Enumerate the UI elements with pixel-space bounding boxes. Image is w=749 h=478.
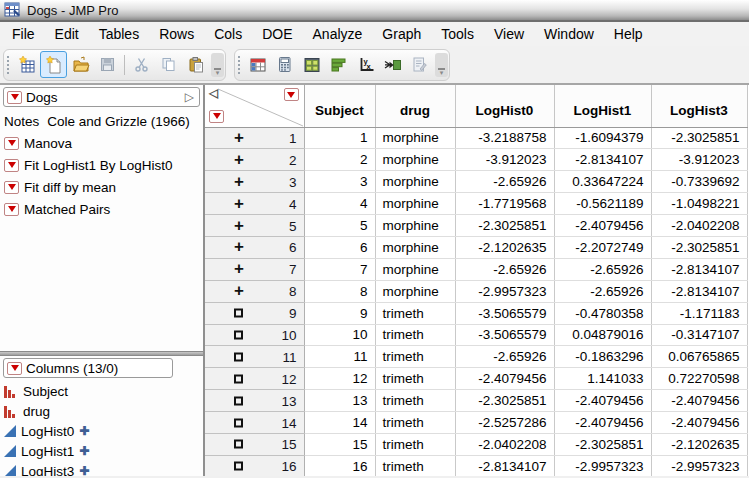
menu-item-help[interactable]: Help (604, 24, 653, 44)
cell-loghist0[interactable]: -3.912023 (455, 149, 554, 171)
cell-loghist1[interactable]: -1.6094379 (554, 127, 651, 149)
cell-drug[interactable]: trimeth (375, 455, 455, 476)
cell-loghist3[interactable]: -3.912023 (651, 149, 747, 171)
cell-subject[interactable]: 4 (304, 193, 375, 215)
cell-loghist0[interactable]: -2.65926 (455, 171, 554, 193)
cell-drug[interactable]: morphine (375, 149, 455, 171)
report-item[interactable]: Fit diff by mean (0, 176, 203, 198)
cell-loghist3[interactable]: -0.7339692 (651, 171, 747, 193)
cell-loghist3[interactable]: 0.06765865 (651, 346, 747, 368)
row-header[interactable]: +4 (205, 193, 304, 215)
cell-loghist0[interactable]: -3.5065579 (455, 324, 554, 346)
cell-loghist0[interactable]: -2.65926 (455, 346, 554, 368)
cell-loghist1[interactable]: -2.65926 (554, 280, 651, 302)
cell-loghist3[interactable]: -2.9957323 (651, 455, 747, 476)
menu-item-tables[interactable]: Tables (89, 24, 149, 44)
menu-item-edit[interactable]: Edit (45, 24, 89, 44)
calculator-button[interactable] (271, 51, 298, 78)
cell-drug[interactable]: morphine (375, 280, 455, 302)
cell-loghist3[interactable]: 0.72270598 (651, 368, 747, 390)
cell-loghist1[interactable]: -0.1863296 (554, 346, 651, 368)
row-header[interactable]: 14 (205, 412, 304, 434)
row-header[interactable]: 16 (205, 455, 304, 476)
red-triangle-icon[interactable] (4, 159, 19, 172)
column-list-item[interactable]: Subject (0, 381, 203, 401)
menu-item-file[interactable]: File (2, 24, 45, 44)
toolbar-grip[interactable] (237, 55, 241, 75)
menu-item-tools[interactable]: Tools (431, 24, 484, 44)
menu-item-doe[interactable]: DOE (252, 24, 302, 44)
cell-subject[interactable]: 16 (304, 455, 375, 476)
cell-subject[interactable]: 8 (304, 280, 375, 302)
cell-loghist1[interactable]: -2.65926 (554, 258, 651, 280)
cell-loghist1[interactable]: -0.4780358 (554, 302, 651, 324)
cell-loghist1[interactable]: -2.2072749 (554, 236, 651, 258)
cell-loghist3[interactable]: -2.3025851 (651, 236, 747, 258)
save-button[interactable] (94, 51, 121, 78)
cell-subject[interactable]: 11 (304, 346, 375, 368)
cell-loghist3[interactable]: -2.4079456 (651, 390, 747, 412)
cell-subject[interactable]: 6 (304, 236, 375, 258)
toolbar-overflow-button[interactable]: ▾ (435, 53, 448, 77)
cell-loghist1[interactable]: -2.4079456 (554, 215, 651, 237)
cell-loghist1[interactable]: -2.8134107 (554, 149, 651, 171)
cell-loghist3[interactable]: -2.0402208 (651, 215, 747, 237)
cell-drug[interactable]: morphine (375, 127, 455, 149)
row-header[interactable]: +8 (205, 280, 304, 302)
column-list-item[interactable]: drug (0, 401, 203, 421)
edit-button[interactable] (406, 51, 433, 78)
cell-loghist0[interactable]: -2.3025851 (455, 390, 554, 412)
row-header[interactable]: +5 (205, 215, 304, 237)
cell-loghist1[interactable]: -2.4079456 (554, 390, 651, 412)
rows-menu-icon[interactable] (209, 110, 224, 123)
red-triangle-icon[interactable] (4, 181, 19, 194)
cell-loghist0[interactable]: -2.65926 (455, 258, 554, 280)
split-window-button[interactable] (298, 51, 325, 78)
red-triangle-icon[interactable] (4, 203, 19, 216)
cell-loghist0[interactable]: -3.2188758 (455, 127, 554, 149)
cell-drug[interactable]: morphine (375, 258, 455, 280)
new-journal-button[interactable] (40, 51, 67, 78)
cell-drug[interactable]: morphine (375, 236, 455, 258)
column-list-item[interactable]: LogHist3✚ (0, 461, 203, 476)
run-script-button[interactable] (379, 51, 406, 78)
cut-button[interactable] (128, 51, 155, 78)
cell-loghist1[interactable]: -0.5621189 (554, 193, 651, 215)
cell-drug[interactable]: trimeth (375, 346, 455, 368)
row-header[interactable]: +1 (205, 127, 304, 149)
cell-loghist3[interactable]: -2.8134107 (651, 258, 747, 280)
column-header-drug[interactable]: drug (375, 85, 455, 127)
red-triangle-icon[interactable] (4, 137, 19, 150)
cell-subject[interactable]: 2 (304, 149, 375, 171)
row-header[interactable]: 12 (205, 368, 304, 390)
cell-loghist1[interactable]: 0.04879016 (554, 324, 651, 346)
column-list-item[interactable]: LogHist1✚ (0, 441, 203, 461)
menu-item-cols[interactable]: Cols (204, 24, 252, 44)
column-header-loghist3[interactable]: LogHist3 (651, 85, 747, 127)
columns-red-triangle-icon[interactable] (7, 362, 22, 375)
row-header[interactable]: +6 (205, 236, 304, 258)
cell-loghist1[interactable]: -2.4079456 (554, 412, 651, 434)
collapse-panel-icon[interactable]: ◁ (209, 86, 218, 100)
menu-item-rows[interactable]: Rows (149, 24, 204, 44)
cell-loghist0[interactable]: -2.4079456 (455, 368, 554, 390)
dogs-panel-header[interactable]: Dogs ▷ (3, 87, 200, 107)
cell-loghist3[interactable]: -2.8134107 (651, 280, 747, 302)
row-header[interactable]: +3 (205, 171, 304, 193)
cell-drug[interactable]: trimeth (375, 302, 455, 324)
cell-subject[interactable]: 13 (304, 390, 375, 412)
cell-subject[interactable]: 1 (304, 127, 375, 149)
row-header[interactable]: 11 (205, 346, 304, 368)
cell-loghist0[interactable]: -2.0402208 (455, 433, 554, 455)
column-list-item[interactable]: LogHist0✚ (0, 421, 203, 441)
cell-loghist0[interactable]: -3.5065579 (455, 302, 554, 324)
menu-item-analyze[interactable]: Analyze (303, 24, 373, 44)
cell-loghist0[interactable]: -2.8134107 (455, 455, 554, 476)
cell-drug[interactable]: trimeth (375, 433, 455, 455)
cell-drug[interactable]: trimeth (375, 324, 455, 346)
cell-loghist1[interactable]: 0.33647224 (554, 171, 651, 193)
menu-item-view[interactable]: View (484, 24, 534, 44)
cell-drug[interactable]: morphine (375, 215, 455, 237)
column-header-loghist1[interactable]: LogHist1 (554, 85, 651, 127)
columns-panel-header[interactable]: Columns (13/0) (3, 358, 173, 378)
